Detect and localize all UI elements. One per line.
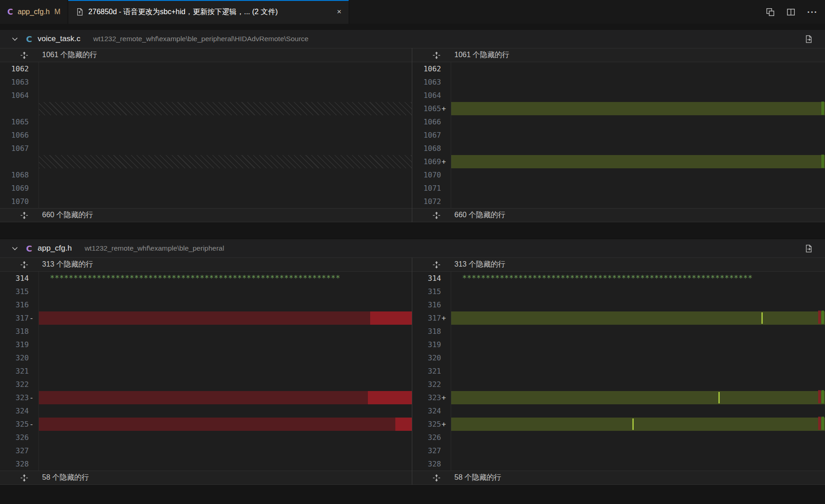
line-number[interactable]: 314 — [412, 272, 441, 285]
code-content[interactable] — [451, 102, 825, 115]
code-content[interactable] — [38, 311, 412, 325]
code-content[interactable] — [38, 391, 412, 404]
code-content[interactable] — [38, 325, 412, 338]
code-content[interactable] — [38, 89, 412, 102]
code-content[interactable] — [451, 338, 825, 351]
code-content[interactable] — [451, 311, 825, 325]
line-number[interactable]: 323 — [0, 391, 29, 404]
line-number[interactable]: 320 — [0, 351, 29, 365]
code-content[interactable]: ****************************************… — [38, 272, 412, 285]
line-number[interactable]: 322 — [412, 378, 441, 391]
line-number[interactable] — [0, 155, 29, 168]
diff-line[interactable]: 1067 — [0, 142, 412, 155]
go-to-file-icon[interactable] — [804, 35, 813, 43]
diff-line[interactable]: 325+ — [412, 418, 825, 431]
line-number[interactable]: 1066 — [412, 115, 441, 129]
more-actions-icon[interactable]: ··· — [807, 7, 818, 17]
code-content[interactable] — [38, 378, 412, 391]
line-number[interactable]: 1068 — [412, 142, 441, 155]
diff-line[interactable]: 322 — [0, 378, 412, 391]
line-number[interactable]: 327 — [412, 444, 441, 457]
hidden-lines-band[interactable]: 660 个隐藏的行 — [412, 208, 825, 222]
diff-line[interactable]: 1066 — [412, 115, 825, 129]
code-content[interactable] — [451, 115, 825, 129]
diff-line[interactable] — [0, 155, 412, 168]
line-number[interactable]: 327 — [0, 444, 29, 457]
code-content[interactable] — [38, 142, 412, 155]
code-content[interactable] — [38, 457, 412, 471]
diff-line[interactable]: 321 — [0, 365, 412, 378]
diff-line[interactable]: 316 — [0, 298, 412, 311]
code-content[interactable] — [451, 129, 825, 142]
code-content[interactable] — [451, 351, 825, 365]
line-number[interactable]: 315 — [412, 285, 441, 298]
code-content[interactable] — [451, 155, 825, 168]
diff-line[interactable]: 327 — [412, 444, 825, 457]
hidden-lines-band[interactable]: 660 个隐藏的行 — [0, 208, 412, 222]
diff-line[interactable]: 316 — [412, 298, 825, 311]
code-content[interactable] — [451, 62, 825, 75]
line-number[interactable]: 317 — [412, 311, 441, 325]
diff-line[interactable]: 1065 — [0, 115, 412, 129]
diff-line[interactable]: 324 — [0, 404, 412, 418]
line-number[interactable] — [0, 102, 29, 115]
code-content[interactable] — [451, 182, 825, 195]
line-number[interactable]: 322 — [0, 378, 29, 391]
diff-line[interactable]: 1065+ — [412, 102, 825, 115]
line-number[interactable]: 318 — [0, 325, 29, 338]
hidden-lines-band[interactable]: 313 个隐藏的行 — [412, 257, 825, 272]
code-content[interactable] — [451, 404, 825, 418]
diff-line[interactable]: 320 — [412, 351, 825, 365]
diff-line[interactable]: 323+ — [412, 391, 825, 404]
code-content[interactable] — [451, 391, 825, 404]
diff-line[interactable]: 1069+ — [412, 155, 825, 168]
line-number[interactable]: 314 — [0, 272, 29, 285]
diff-line[interactable]: 315 — [0, 285, 412, 298]
code-content[interactable] — [38, 129, 412, 142]
line-number[interactable]: 1063 — [0, 75, 29, 89]
diff-line[interactable]: 1062 — [0, 62, 412, 75]
line-number[interactable]: 1070 — [0, 195, 29, 208]
line-number[interactable]: 1069 — [0, 182, 29, 195]
code-content[interactable] — [451, 75, 825, 89]
hidden-lines-band[interactable]: 58 个隐藏的行 — [0, 471, 412, 485]
line-number[interactable]: 1062 — [412, 62, 441, 75]
diff-line[interactable]: 326 — [0, 431, 412, 444]
diff-line[interactable]: 328 — [0, 457, 412, 471]
line-number[interactable]: 326 — [0, 431, 29, 444]
line-number[interactable]: 1063 — [412, 75, 441, 89]
code-content[interactable] — [451, 431, 825, 444]
code-content[interactable] — [451, 457, 825, 471]
line-number[interactable]: 321 — [0, 365, 29, 378]
diff-line[interactable]: 314*************************************… — [0, 272, 412, 285]
code-content[interactable] — [38, 195, 412, 208]
line-number[interactable]: 324 — [412, 404, 441, 418]
code-content[interactable] — [451, 89, 825, 102]
diff-line[interactable]: 1071 — [412, 182, 825, 195]
line-number[interactable]: 1062 — [0, 62, 29, 75]
diff-line[interactable]: 1070 — [412, 168, 825, 182]
line-number[interactable]: 323 — [412, 391, 441, 404]
diff-line[interactable]: 321 — [412, 365, 825, 378]
line-number[interactable]: 328 — [412, 457, 441, 471]
code-content[interactable] — [38, 182, 412, 195]
diff-line[interactable]: 1072 — [412, 195, 825, 208]
line-number[interactable]: 324 — [0, 404, 29, 418]
code-content[interactable] — [38, 285, 412, 298]
line-number[interactable]: 318 — [412, 325, 441, 338]
diff-line[interactable]: 314*************************************… — [412, 272, 825, 285]
file-section-header[interactable]: Capp_cfg.hwt1232_remote_whf\example\ble_… — [0, 239, 825, 257]
diff-line[interactable]: 327 — [0, 444, 412, 457]
diff-line[interactable]: 318 — [0, 325, 412, 338]
line-number[interactable]: 1064 — [0, 89, 29, 102]
diff-line[interactable]: 319 — [412, 338, 825, 351]
line-number[interactable]: 328 — [0, 457, 29, 471]
code-content[interactable] — [38, 431, 412, 444]
diff-line[interactable]: 1070 — [0, 195, 412, 208]
code-content[interactable] — [38, 365, 412, 378]
code-content[interactable] — [451, 142, 825, 155]
line-number[interactable]: 320 — [412, 351, 441, 365]
code-content[interactable] — [451, 195, 825, 208]
diff-line[interactable]: 322 — [412, 378, 825, 391]
code-content[interactable] — [38, 418, 412, 431]
